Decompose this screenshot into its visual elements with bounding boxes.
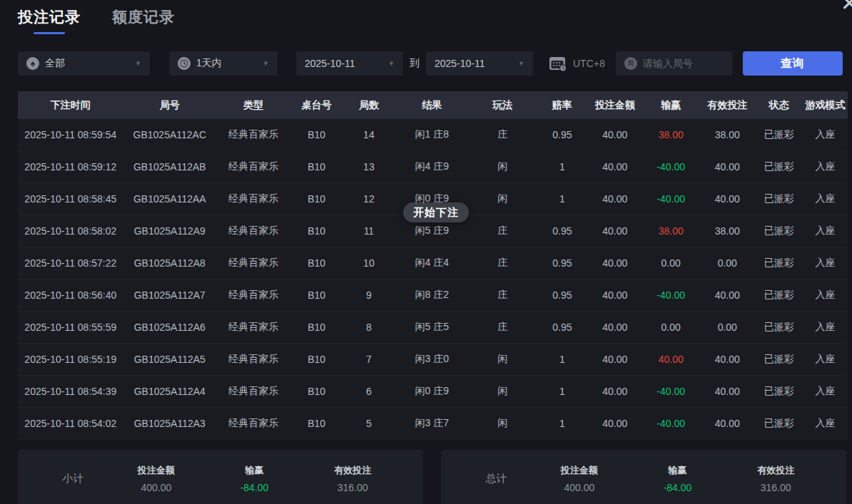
total-panel: 总计 投注金额 400.00 输赢 -84.00 有效投注 316.00 bbox=[441, 450, 846, 504]
column-header-status: 状态 bbox=[755, 99, 803, 112]
cell-play: 闲 bbox=[468, 417, 536, 430]
table-row: 2025-10-11 08:57:22 GB1025A112A8 经典百家乐 B… bbox=[18, 247, 848, 279]
chevron-down-icon: ▼ bbox=[511, 60, 524, 67]
cell-play: 庄 bbox=[468, 289, 536, 302]
cell-play: 闲 bbox=[468, 160, 536, 173]
subtotal-win-loss: 输赢 -84.00 bbox=[206, 464, 304, 493]
cell-play: 闲 bbox=[468, 353, 536, 366]
cell-win-loss: -40.00 bbox=[642, 418, 700, 429]
cell-odds: 1 bbox=[537, 418, 588, 429]
time-range-select[interactable]: 1天内 ▼ bbox=[169, 51, 278, 76]
cell-game-mode: 入座 bbox=[803, 289, 848, 302]
column-header-valid: 有效投注 bbox=[700, 99, 755, 112]
table-body: 2025-10-11 08:59:54 GB1025A112AC 经典百家乐 B… bbox=[18, 119, 848, 440]
cell-round-id: GB1025A112A4 bbox=[123, 386, 216, 397]
clock-icon bbox=[178, 57, 191, 70]
subtotal-label: 小计 bbox=[39, 472, 107, 485]
cell-round-count: 7 bbox=[343, 354, 395, 365]
cell-round-count: 14 bbox=[343, 129, 395, 140]
cell-valid-bet: 40.00 bbox=[700, 289, 755, 301]
date-range-to-label: 到 bbox=[410, 57, 420, 70]
filter-bar: ♠ 全部 ▼ 1天内 ▼ 2025-10-11 ▼ 到 2025-10-11 ▼… bbox=[18, 51, 852, 76]
cell-round-id: GB1025A112AB bbox=[123, 161, 216, 173]
cell-win-loss: -40.00 bbox=[642, 386, 700, 397]
cell-bet-amount: 40.00 bbox=[588, 193, 642, 205]
cell-game-mode: 入座 bbox=[803, 160, 848, 173]
cell-game-type: 经典百家乐 bbox=[216, 192, 291, 205]
cell-round-count: 11 bbox=[343, 225, 395, 237]
cell-bet-amount: 40.00 bbox=[588, 289, 642, 301]
cell-odds: 0.95 bbox=[537, 225, 588, 237]
cell-odds: 0.95 bbox=[537, 289, 588, 301]
cell-round-id: GB1025A112A6 bbox=[123, 322, 216, 333]
cell-bet-time: 2025-10-11 08:54:02 bbox=[18, 418, 123, 429]
table-row: 2025-10-11 08:55:19 GB1025A112A5 经典百家乐 B… bbox=[18, 344, 848, 376]
game-type-select[interactable]: ♠ 全部 ▼ bbox=[18, 51, 150, 76]
spade-icon: ♠ bbox=[26, 57, 39, 70]
round-badge-icon: 局 bbox=[624, 57, 637, 70]
cell-round-id: GB1025A112AA bbox=[123, 193, 216, 205]
cell-result: 闲8 庄2 bbox=[395, 289, 468, 302]
table-row: 2025-10-11 08:59:12 GB1025A112AB 经典百家乐 B… bbox=[18, 151, 848, 183]
cell-bet-amount: 40.00 bbox=[588, 225, 642, 237]
cell-odds: 1 bbox=[537, 354, 588, 365]
cell-valid-bet: 0.00 bbox=[700, 322, 755, 333]
subtotal-bet-amount: 投注金额 400.00 bbox=[107, 464, 206, 493]
close-icon[interactable]: ✕ bbox=[841, 0, 852, 14]
column-header-round: 局号 bbox=[123, 99, 216, 112]
cell-round-id: GB1025A112A8 bbox=[123, 257, 216, 269]
cell-game-type: 经典百家乐 bbox=[216, 321, 291, 334]
cell-round-id: GB1025A112A7 bbox=[123, 289, 216, 301]
cell-bet-time: 2025-10-11 08:57:22 bbox=[18, 257, 123, 269]
column-header-amount: 投注金额 bbox=[588, 99, 642, 112]
round-search-field[interactable]: 局 bbox=[616, 51, 732, 76]
cell-table-id: B10 bbox=[291, 161, 343, 173]
cell-win-loss: 0.00 bbox=[642, 322, 700, 333]
cell-status: 已派彩 bbox=[755, 289, 803, 302]
cell-win-loss: -40.00 bbox=[642, 193, 700, 205]
timezone-indicator: UTC+8 bbox=[549, 55, 605, 72]
cell-bet-amount: 40.00 bbox=[588, 322, 642, 333]
date-from-select[interactable]: 2025-10-11 ▼ bbox=[296, 51, 403, 76]
cell-game-type: 经典百家乐 bbox=[216, 225, 291, 237]
cell-game-type: 经典百家乐 bbox=[216, 257, 291, 269]
cell-game-type: 经典百家乐 bbox=[216, 289, 291, 302]
cell-result: 闲4 庄4 bbox=[395, 257, 468, 269]
total-label: 总计 bbox=[462, 472, 530, 485]
active-tab-underline bbox=[34, 32, 65, 34]
game-type-value: 全部 bbox=[45, 57, 65, 70]
tab-quota-records[interactable]: 额度记录 bbox=[112, 7, 175, 34]
tab-betting-records[interactable]: 投注记录 bbox=[18, 7, 81, 34]
summary-section: 小计 投注金额 400.00 输赢 -84.00 有效投注 316.00 总计 … bbox=[18, 450, 846, 504]
cell-result: 闲5 庄9 bbox=[395, 225, 468, 237]
cell-bet-time: 2025-10-11 08:55:59 bbox=[18, 322, 123, 333]
cell-game-mode: 入座 bbox=[803, 128, 848, 141]
cell-game-mode: 入座 bbox=[803, 385, 848, 398]
cell-valid-bet: 40.00 bbox=[700, 193, 755, 205]
cell-round-count: 10 bbox=[343, 257, 395, 269]
date-to-value: 2025-10-11 bbox=[435, 58, 485, 69]
cell-status: 已派彩 bbox=[755, 321, 803, 334]
query-button[interactable]: 查询 bbox=[743, 51, 843, 76]
table-row: 2025-10-11 08:54:02 GB1025A112A3 经典百家乐 B… bbox=[18, 408, 848, 440]
cell-bet-time: 2025-10-11 08:55:19 bbox=[18, 354, 123, 365]
cell-valid-bet: 38.00 bbox=[700, 225, 755, 237]
cell-valid-bet: 40.00 bbox=[700, 161, 755, 173]
cell-bet-time: 2025-10-11 08:58:45 bbox=[18, 193, 123, 205]
betting-records-dialog: ✕ 投注记录 额度记录 ♠ 全部 ▼ 1天内 ▼ 2025-10-11 ▼ bbox=[0, 0, 852, 504]
date-to-select[interactable]: 2025-10-11 ▼ bbox=[426, 51, 533, 76]
round-search-input[interactable] bbox=[643, 58, 724, 69]
cell-table-id: B10 bbox=[291, 225, 343, 237]
cell-game-type: 经典百家乐 bbox=[216, 160, 291, 173]
calendar-clock-icon[interactable] bbox=[549, 55, 573, 72]
cell-game-mode: 入座 bbox=[803, 353, 848, 366]
column-header-mode: 游戏模式 bbox=[803, 99, 848, 112]
cell-table-id: B10 bbox=[291, 129, 343, 140]
cell-status: 已派彩 bbox=[755, 385, 803, 398]
cell-game-mode: 入座 bbox=[803, 257, 848, 269]
cell-play: 庄 bbox=[468, 321, 536, 334]
cell-valid-bet: 40.00 bbox=[700, 354, 755, 365]
timezone-label: UTC+8 bbox=[573, 58, 605, 69]
cell-round-id: GB1025A112AC bbox=[123, 129, 216, 140]
cell-play: 庄 bbox=[468, 257, 536, 269]
